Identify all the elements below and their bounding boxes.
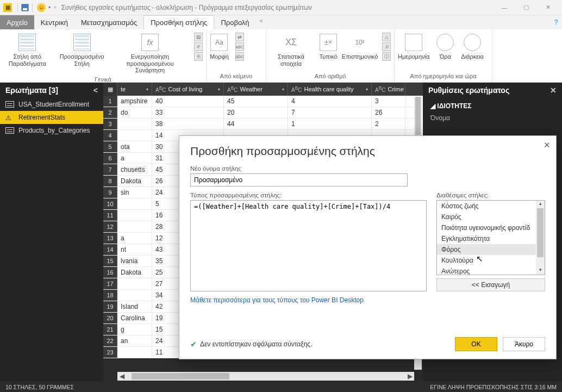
filter-icon: ▾ (146, 87, 148, 92)
help-icon[interactable]: ? (550, 15, 562, 29)
name-label: Όνομα (423, 114, 562, 122)
column-header[interactable]: ABCHealth care quality▾ (288, 83, 372, 96)
tab-transform[interactable]: Μετασχηματισμός (74, 15, 143, 29)
standard-button[interactable]: ±×Τυπικό (316, 30, 341, 61)
table-row[interactable]: 1ampshire404543 (103, 96, 423, 107)
column-from-examples-button[interactable]: Στήλη από Παραδείγματα (0, 30, 55, 68)
index-column-icon: # (194, 42, 203, 51)
feedback-icon[interactable]: ☺ (37, 3, 46, 12)
general-small-buttons: ▤ # ⎘ (191, 30, 206, 63)
trig-icon: △ (382, 33, 391, 41)
queries-header: Ερωτήματα [3] (5, 86, 58, 95)
tab-add-column[interactable]: Προσθήκη στήλης (143, 15, 214, 29)
statistics-button[interactable]: XΣΣτατιστικά στοιχεία (266, 30, 316, 68)
available-columns-label: Διαθέσιμες στήλες: (436, 192, 545, 198)
status-right: ΕΓΙΝΕ ΛΗΨΗ ΠΡΟΕΠΙΣΚΟΠΗΣΗΣ ΣΤΙΣ 3:16 ΜΜ (430, 384, 557, 390)
queries-panel: Ερωτήματα [3]< USA_StudentEnrollment Ret… (0, 83, 103, 382)
syntax-status: ✔Δεν εντοπίστηκαν σφάλματα σύνταξης. (190, 340, 312, 349)
format-button[interactable]: AaΜορφή (207, 30, 232, 61)
list-item[interactable]: Καιρός (437, 211, 545, 222)
save-icon[interactable] (21, 4, 29, 11)
filter-icon: ▾ (218, 87, 220, 92)
duration-button[interactable]: Διάρκεια (458, 30, 487, 61)
tab-home[interactable]: Κεντρική (34, 15, 74, 29)
ok-button[interactable]: OK (455, 337, 497, 351)
table-icon (5, 101, 14, 108)
check-icon: ✔ (190, 340, 197, 349)
filter-icon: ▾ (282, 87, 284, 92)
custom-column-dialog: ✕ Προσθήκη προσαρμοσμένης στήλης Νέο όνο… (179, 135, 557, 359)
learn-more-link[interactable]: Μάθετε περισσότερα για τους τύπους του P… (190, 296, 427, 304)
grid-header: ▦ te▾ ABCCost of living▾ ABCWeather▾ ABC… (103, 83, 423, 96)
query-item[interactable]: USA_StudentEnrollment (0, 98, 103, 111)
list-item[interactable]: Κουλτούρα (437, 255, 545, 266)
info-icon: ⓘ (382, 52, 391, 61)
conditional-column-icon: ▤ (194, 33, 203, 41)
invoke-function-button[interactable]: fxΕνεργοποίηση προσαρμοσμένου Συνάρτηση (109, 30, 191, 75)
maximize-button[interactable]: ▢ (515, 1, 537, 14)
window-title: Συνήθεις εργασίες ερωτήματος - ολοκλήρωσ… (61, 4, 312, 11)
table-row[interactable]: 2do3320726 (103, 107, 423, 119)
filter-icon: ▾ (366, 87, 368, 92)
parse-icon: abc (235, 52, 244, 61)
list-item[interactable]: Φόρος (437, 244, 545, 255)
column-header[interactable]: ABCCost of living▾ (152, 83, 224, 96)
column-name-input[interactable] (190, 173, 408, 186)
cancel-button[interactable]: Άκυρο (503, 337, 545, 351)
column-name-label: Νέο όνομα στήλης (190, 165, 545, 172)
available-columns-list[interactable]: Κόστος ζωής Καιρός Ποιότητα υγειονομικής… (436, 200, 545, 275)
svg-rect-1 (23, 8, 27, 10)
scientific-button[interactable]: 10²Επιστημονικό (341, 30, 379, 61)
tab-file[interactable]: Αρχείο (0, 15, 34, 29)
list-item[interactable]: Ποιότητα υγειονομικής φροντίδ (437, 222, 545, 233)
formula-input[interactable] (190, 200, 427, 291)
status-left: 10 ΣΤΗΛΕΣ, 50 ΓΡΑΜΜΕΣ (5, 384, 74, 390)
column-header[interactable]: ABCWeather▾ (224, 83, 288, 96)
horizontal-scrollbar[interactable]: ◀▶ (117, 372, 414, 381)
close-settings-icon[interactable]: ✕ (550, 86, 557, 95)
list-item[interactable]: Εγκληματικότητα (437, 233, 545, 244)
rounding-icon: .0 (382, 42, 391, 51)
dialog-close-icon[interactable]: ✕ (544, 140, 551, 150)
list-item[interactable]: Ανώτερος (437, 266, 545, 275)
extract-icon: ABC (235, 42, 244, 51)
ribbon: Στήλη από Παραδείγματα Προσαρμοσμένο Στή… (0, 29, 562, 83)
duplicate-column-icon: ⎘ (194, 52, 203, 61)
list-scrollbar[interactable]: ▴▾ (536, 201, 545, 275)
app-icon: ▦ (3, 3, 12, 12)
insert-button[interactable]: << Εισαγωγή (436, 278, 545, 291)
warning-icon (5, 114, 14, 121)
settings-header: Ρυθμίσεις ερωτήματος (428, 86, 509, 95)
status-bar: 10 ΣΤΗΛΕΣ, 50 ΓΡΑΜΜΕΣ ΕΓΙΝΕ ΛΗΨΗ ΠΡΟΕΠΙΣ… (0, 382, 562, 392)
table-icon (5, 127, 14, 134)
column-header[interactable]: ABCCrime (372, 83, 405, 96)
date-button[interactable]: Ημερομηνία (395, 30, 433, 61)
time-button[interactable]: Ώρα (433, 30, 458, 61)
column-header[interactable]: te▾ (117, 83, 152, 96)
tab-view[interactable]: Προβολή (214, 15, 255, 29)
dialog-title: Προσθήκη προσαρμοσμένης στήλης (190, 145, 545, 158)
properties-section[interactable]: ◢ ΙΔΙΟΤΗΤΕΣ (423, 98, 562, 114)
minimize-button[interactable]: — (494, 1, 515, 14)
ribbon-collapse-icon[interactable]: ^ (256, 15, 267, 29)
dropdown-icon[interactable]: ▾ (48, 5, 51, 10)
collapse-queries-icon[interactable]: < (93, 86, 98, 95)
title-bar: ▦ ☺ ▾ = Συνήθεις εργασίες ερωτήματος - ο… (0, 0, 562, 15)
merge-icon: ⇄ (235, 33, 244, 41)
close-button[interactable]: ✕ (537, 1, 559, 14)
menu-bar: Αρχείο Κεντρική Μετασχηματισμός Προσθήκη… (0, 15, 562, 29)
query-item[interactable]: RetirementStats (0, 111, 103, 124)
table-row[interactable]: 3384412 (103, 119, 423, 130)
custom-column-button[interactable]: Προσαρμοσμένο Στήλη (55, 30, 110, 68)
query-item[interactable]: Products_by_Categories (0, 124, 103, 137)
formula-label: Τύπος προσαρμοσμένης στήλης: (190, 192, 427, 198)
select-all-cell[interactable]: ▦ (103, 83, 117, 96)
list-item[interactable]: Κόστος ζωής (437, 201, 545, 211)
